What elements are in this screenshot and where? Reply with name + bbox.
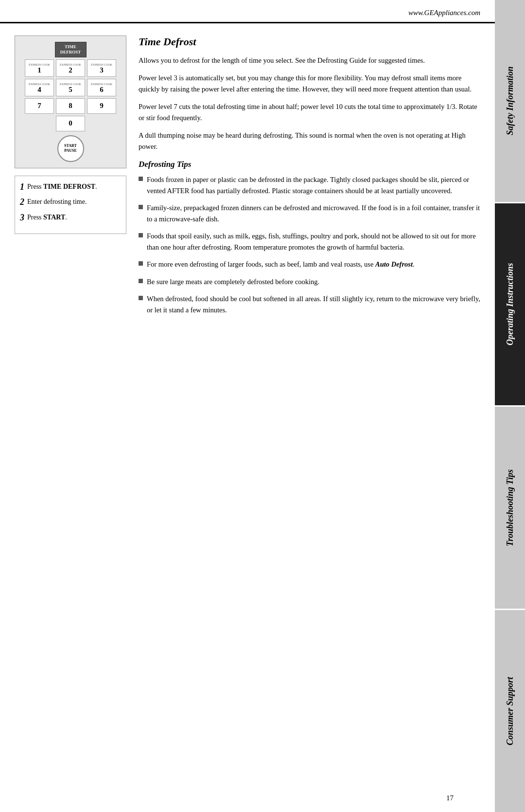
bullet-icon-4 (139, 261, 143, 266)
keypad-btn-6: EXPRESS COOK 6 (87, 79, 116, 96)
right-panel: Time Defrost Allows you to defrost for t… (139, 36, 480, 322)
url-bar: www.GEAppliances.com (0, 0, 495, 23)
step-1: 1 Press TIME DEFROST. (20, 182, 121, 193)
keypad-row-3: 7 8 9 (19, 98, 122, 114)
keypad-btn-3: EXPRESS COOK 3 (87, 59, 116, 77)
bullet-icon-1 (139, 177, 143, 181)
main-content: www.GEAppliances.com TIME DEFROST EXPRES… (0, 0, 495, 812)
step-3: 3 Press START. (20, 213, 121, 223)
time-defrost-button: TIME DEFROST (55, 42, 87, 57)
step-2: 2 Enter defrosting time. (20, 197, 121, 208)
sidebar-tab-operating[interactable]: Operating Instructions (495, 203, 525, 405)
page-number: 17 (446, 794, 454, 802)
paragraph-2: Power level 3 is automatically set, but … (139, 72, 480, 94)
keypad-btn-7: 7 (25, 98, 54, 114)
steps-box: 1 Press TIME DEFROST. 2 Enter defrosting… (15, 176, 126, 235)
keypad-row-2: EXPRESS COOK 4 EXPRESS COOK 5 EXPRESS CO… (19, 79, 122, 96)
paragraph-1: Allows you to defrost for the length of … (139, 55, 480, 66)
keypad-diagram: TIME DEFROST EXPRESS COOK 1 EXPRESS COOK… (15, 36, 126, 168)
bullet-icon-5 (139, 279, 143, 283)
section-title: Time Defrost (139, 36, 480, 48)
keypad-btn-8: 8 (56, 98, 85, 114)
content-body: TIME DEFROST EXPRESS COOK 1 EXPRESS COOK… (0, 23, 495, 331)
defrosting-tips-title: Defrosting Tips (139, 160, 480, 169)
keypad-row-1: EXPRESS COOK 1 EXPRESS COOK 2 EXPRESS CO… (19, 59, 122, 77)
website-url: www.GEAppliances.com (408, 9, 480, 17)
sidebar-tab-safety[interactable]: Safety Information (495, 0, 525, 202)
keypad-btn-2: EXPRESS COOK 2 (56, 59, 85, 77)
bullet-icon-2 (139, 205, 143, 209)
sidebar-tab-consumer[interactable]: Consumer Support (495, 610, 525, 812)
sidebar-tab-troubleshooting[interactable]: Troubleshooting Tips (495, 407, 525, 609)
paragraph-4: A dull thumping noise may be heard durin… (139, 130, 480, 152)
paragraph-3: Power level 7 cuts the total defrosting … (139, 101, 480, 123)
keypad-btn-9: 9 (87, 98, 116, 114)
keypad-btn-1: EXPRESS COOK 1 (25, 59, 54, 77)
tip-5: Be sure large meats are completely defro… (139, 276, 480, 287)
bullet-icon-6 (139, 296, 143, 300)
tip-3: Foods that spoil easily, such as milk, e… (139, 231, 480, 253)
sidebar: Safety Information Operating Instruction… (495, 0, 525, 812)
keypad-row-4: 0 (19, 116, 122, 131)
keypad-btn-5: EXPRESS COOK 5 (56, 79, 85, 96)
bullet-icon-3 (139, 233, 143, 237)
tip-2: Family-size, prepackaged frozen dinners … (139, 202, 480, 224)
left-panel: TIME DEFROST EXPRESS COOK 1 EXPRESS COOK… (15, 36, 126, 322)
keypad-btn-0: 0 (56, 116, 85, 131)
tip-4: For more even defrosting of larger foods… (139, 259, 480, 270)
keypad-btn-4: EXPRESS COOK 4 (25, 79, 54, 96)
tip-6: When defrosted, food should be cool but … (139, 293, 480, 315)
start-pause-button: START PAUSE (57, 135, 84, 162)
tip-1: Foods frozen in paper or plastic can be … (139, 174, 480, 196)
